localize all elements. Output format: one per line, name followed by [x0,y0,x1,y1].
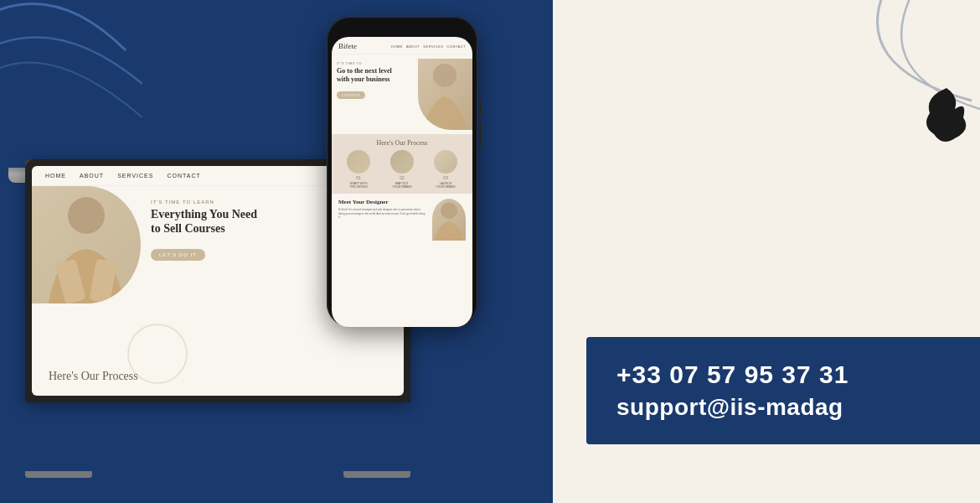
phone-side-button [479,99,482,116]
phone-process-items: 01 START WITH THE DESIGN 02 MAP OUT [338,150,466,189]
phone-designer-description: Hi there! I'm a brand strategist and web… [338,208,427,219]
brush-stroke-decoration [921,84,967,147]
phone-hero-pretitle: IT'S TIME TO [337,61,413,65]
phone-process-item-3: 03 LAUNCH YOUR BRAND [434,150,457,189]
left-section: HOME ABOUT SERVICES CONTACT [0,0,553,503]
phone-nav: Bifete HOME ABOUT SERVICES CONTACT [332,37,472,54]
deco-curves-right [553,0,980,168]
phone-hero-button[interactable]: LET'S DO IT [337,91,365,99]
phone-side-button-2 [479,122,482,147]
phone-process-item-2: 02 MAP OUT YOUR BRAND [390,150,414,189]
nav-contact: CONTACT [167,173,200,179]
website-person-image [32,186,141,303]
phone-nav-about: ABOUT [406,44,420,49]
site-cta-button[interactable]: LET'S DO IT [151,249,205,261]
nav-about: ABOUT [80,173,104,179]
curve-decoration-top-left [0,0,142,134]
laptop-foot-right [343,471,410,478]
phone-logo: Bifete [338,42,357,50]
phone-nav-services: SERVICES [423,44,443,49]
contact-email: support@iis-madag [616,394,958,421]
phone-hero-svg [418,59,472,130]
right-section: +33 07 57 95 37 31 support@iis-madag [553,0,980,503]
phone-title-line2: with your business [337,75,389,83]
phone-process-title: Here's Our Process [338,139,466,147]
phone-process-section: Here's Our Process 01 START WITH THE DES… [332,134,472,194]
site-title-line2: to Sell Courses [151,222,225,235]
phone-process-label-3: LAUNCH YOUR BRAND [436,182,455,189]
phone-process-image-1 [347,150,370,174]
phone-mockup: Bifete HOME ABOUT SERVICES CONTACT IT'S … [327,17,477,327]
phone-nav-items: HOME ABOUT SERVICES CONTACT [391,44,466,49]
contact-info-box: +33 07 57 95 37 31 support@iis-madag [586,337,980,444]
phone-process-label-1: START WITH THE DESIGN [349,182,367,189]
svg-point-0 [68,197,105,234]
phone-process-item-1: 01 START WITH THE DESIGN [347,150,370,189]
phone-designer-title: Meet Your Designer [338,199,427,205]
person-svg [32,186,141,303]
contact-phone: +33 07 57 95 37 31 [616,360,958,389]
phone-hero-title: Go to the next level with your business [337,67,413,83]
nav-services: SERVICES [117,173,153,179]
phone-hero: IT'S TIME TO Go to the next level with y… [332,54,472,134]
phone-hero-text: IT'S TIME TO Go to the next level with y… [332,54,418,134]
phone-notch [377,27,427,34]
phone-screen: Bifete HOME ABOUT SERVICES CONTACT IT'S … [332,37,472,327]
phone-nav-home: HOME [391,44,403,49]
phone-process-image-2 [390,150,414,174]
main-container: HOME ABOUT SERVICES CONTACT [0,0,980,503]
svg-point-5 [441,202,457,219]
laptop-foot-left [25,471,92,478]
phone-designer-image [432,199,466,241]
phone-designer-svg [432,199,466,241]
phone-designer-text: Meet Your Designer Hi there! I'm a brand… [338,199,427,241]
phone-nav-contact: CONTACT [446,44,466,49]
phone-process-image-3 [434,150,457,174]
phone-process-label-2: MAP OUT YOUR BRAND [392,182,411,189]
phone-process-num-1: 01 [356,175,361,180]
site-title-line1: Everything You Need [151,208,257,220]
phone-title-line1: Go to the next level [337,67,392,75]
svg-point-4 [433,64,456,87]
phone-process-num-3: 03 [443,175,448,180]
phone-hero-image [418,59,472,130]
site-process-title: Here's Our Process [49,370,138,383]
phone-process-num-2: 02 [400,175,405,180]
phone-designer-section: Meet Your Designer Hi there! I'm a brand… [332,194,472,246]
nav-home: HOME [45,173,66,179]
